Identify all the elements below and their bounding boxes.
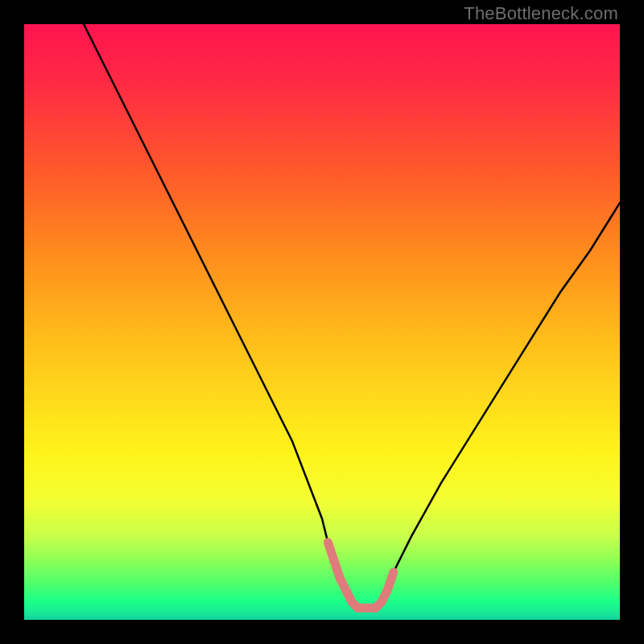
watermark-text: TheBottleneck.com <box>464 3 618 24</box>
bottleneck-curve-path <box>84 24 620 608</box>
chart-frame: TheBottleneck.com <box>0 0 644 644</box>
chart-svg <box>24 24 620 620</box>
plot-area <box>24 24 620 620</box>
bottleneck-floor-path <box>328 543 393 608</box>
